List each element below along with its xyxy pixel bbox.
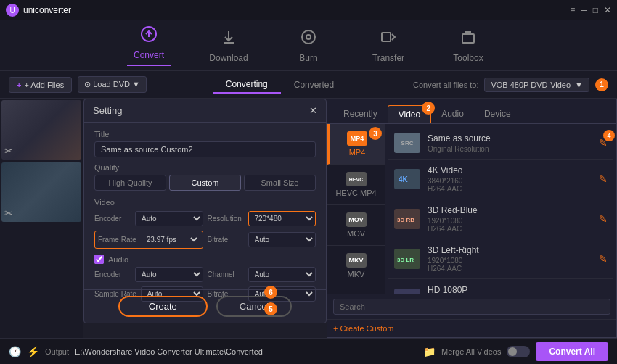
edit-same-as-source[interactable]: ✎ 4 [599, 137, 608, 149]
quality-custom[interactable]: Custom [169, 175, 241, 191]
bitrate-select[interactable]: Auto [248, 232, 316, 247]
format-search [327, 294, 616, 319]
hevc-mp4-icon: HEVC [346, 172, 367, 186]
toolbar: + + Add Files ⊙ Load DVD ▼ Converting Co… [0, 71, 617, 99]
title-field-label: Title [94, 130, 316, 138]
setting-title: Setting [93, 105, 122, 116]
nav-transfer[interactable]: Transfer [367, 28, 410, 63]
mkv-label: MKV [348, 270, 365, 278]
framerate-select[interactable]: 23.97 fps [141, 233, 200, 247]
quality-high[interactable]: High Quality [94, 175, 166, 191]
format-mp4[interactable]: MP4 MP4 3 [327, 124, 385, 165]
format-mkv[interactable]: MKV MKV [327, 246, 385, 286]
create-button[interactable]: Create [118, 296, 208, 317]
menu-icon[interactable]: ≡ [570, 5, 575, 15]
svg-rect-4 [462, 34, 474, 43]
window-controls[interactable]: ≡ ─ □ ✕ [570, 5, 611, 15]
edit-3d-rb[interactable]: ✎ [599, 213, 608, 225]
create-custom-button[interactable]: + Create Custom [327, 319, 616, 337]
format-same-as-source[interactable]: SRC Same as source Original Resolution ✎… [388, 127, 613, 160]
close-icon[interactable]: ✕ [604, 5, 611, 15]
mkv-icon: MKV [346, 253, 367, 268]
3d-rb-icon: 3D RB [394, 209, 420, 229]
format-mov[interactable]: MOV MOV [327, 205, 385, 246]
setting-body: Title Quality High Quality Custom Small … [84, 123, 326, 309]
edit-3d-lr[interactable]: ✎ [599, 253, 608, 265]
scissors-icon-2[interactable]: ✂ [4, 207, 13, 219]
video-thumb-1[interactable]: ✂ [1, 100, 81, 160]
add-files-button[interactable]: + + Add Files [9, 77, 72, 93]
bolt-icon[interactable]: ⚡ [27, 346, 39, 357]
1080p-icon: 1080P [394, 289, 420, 294]
logo-icon: U [6, 4, 19, 17]
nav-burn-label: Burn [299, 53, 317, 63]
format-3d-red-blue[interactable]: 3D RB 3D Red-Blue 1920*1080H264,AAC ✎ [388, 199, 613, 239]
audio-encoder-select[interactable]: Auto [135, 267, 203, 282]
nav-download[interactable]: Download [207, 28, 250, 63]
quality-small[interactable]: Small Size [244, 175, 316, 191]
tab-video-label: Video [399, 109, 420, 120]
audio-encoder-row: Encoder Auto [94, 267, 203, 282]
3d-rb-info: 3D Red-Blue 1920*1080H264,AAC [428, 205, 592, 233]
tab-converting[interactable]: Converting [213, 76, 281, 94]
video-list: ✂ ✂ [0, 99, 83, 338]
tab-device[interactable]: Device [474, 105, 521, 123]
nav-toolbox[interactable]: Toolbox [446, 28, 490, 63]
resolution-select[interactable]: 720*480 [248, 211, 316, 226]
nav-convert-label: Convert [134, 50, 164, 60]
4k-info: 4K Video 3840*2160H264,AAC [428, 165, 592, 193]
setting-dialog: Setting ✕ Title Quality High Quality Cus… [83, 99, 327, 323]
video-settings-grid: Encoder Auto Resolution 720*480 Frame Ra… [94, 211, 316, 249]
tab-converted[interactable]: Converted [281, 76, 347, 94]
nav-burn[interactable]: Burn [287, 28, 330, 63]
3d-rb-name: 3D Red-Blue [428, 205, 592, 215]
tab-group: Converting Converted [213, 76, 347, 94]
badge-5: 5 [264, 302, 277, 315]
minimize-icon[interactable]: ─ [581, 5, 587, 15]
dropdown-chevron-icon[interactable]: ▼ [575, 80, 583, 89]
format-3d-lr[interactable]: 3D LR 3D Left-Right 1920*1080H264,AAC ✎ [388, 239, 613, 279]
convert-all-label: Convert all files to: [413, 80, 478, 89]
title-input[interactable] [94, 141, 316, 157]
folder-icon[interactable]: 📁 [423, 346, 436, 357]
edit-4k[interactable]: ✎ [599, 173, 608, 185]
format-hd-1080p[interactable]: 1080P HD 1080P 1920*1080H264,AAC ✎ [388, 279, 613, 294]
video-thumb-2[interactable]: ✂ [1, 162, 81, 222]
tab-audio[interactable]: Audio [431, 105, 474, 123]
format-left-list: MP4 MP4 3 HEVC HEVC MP4 MOV MOV MKV MKV [327, 124, 385, 294]
encoder-label: Encoder [94, 215, 131, 223]
dvd-dropdown-icon[interactable]: ▼ [132, 80, 140, 88]
convert-all-button[interactable]: Convert All [536, 342, 608, 361]
search-input[interactable] [333, 299, 610, 315]
convert-all-badge: 1 [595, 78, 608, 91]
encoder-select[interactable]: Auto [135, 211, 203, 226]
maximize-icon[interactable]: □ [593, 5, 598, 15]
close-dialog-button[interactable]: ✕ [309, 105, 317, 116]
mp4-badge: 3 [369, 127, 382, 140]
audio-checkbox[interactable] [94, 255, 104, 264]
cancel-button[interactable]: Cancel [216, 296, 292, 317]
load-dvd-button[interactable]: ⊙ Load DVD ▼ [78, 76, 147, 93]
resolution-label: Resolution [208, 215, 244, 223]
1080p-info: HD 1080P 1920*1080H264,AAC [428, 285, 592, 294]
download-icon [220, 28, 237, 50]
format-4k[interactable]: 4K 4K Video 3840*2160H264,AAC ✎ [388, 160, 613, 199]
3d-lr-icon: 3D LR [394, 249, 420, 269]
clock-icon[interactable]: 🕐 [9, 346, 21, 357]
bitrate-label: Bitrate [208, 236, 244, 244]
disc-icon: ⊙ [84, 80, 91, 88]
scissors-icon[interactable]: ✂ [4, 145, 13, 157]
3d-lr-name: 3D Left-Right [428, 245, 592, 255]
channel-label: Channel [208, 270, 244, 278]
format-hevc-mkv[interactable]: HEVC HEVC MKV [327, 286, 385, 294]
nav-convert[interactable]: Convert [127, 25, 171, 66]
svg-rect-3 [382, 33, 391, 41]
convert-all-dropdown[interactable]: VOB 480P DVD-Video ▼ [484, 78, 589, 92]
tab-recently[interactable]: Recently [333, 105, 388, 123]
format-hevc-mp4[interactable]: HEVC HEVC MP4 [327, 165, 385, 205]
channel-select[interactable]: Auto [248, 267, 316, 282]
tab-video[interactable]: Video 2 [388, 105, 431, 123]
merge-toggle[interactable] [507, 346, 530, 357]
mov-icon: MOV [346, 212, 367, 227]
setting-header: Setting ✕ [84, 99, 326, 123]
